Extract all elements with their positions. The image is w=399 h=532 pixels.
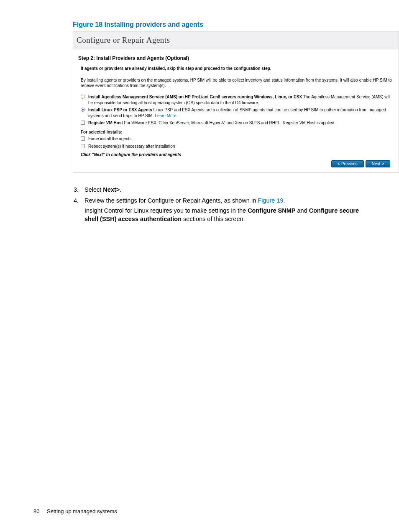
previous-button[interactable]: < Previous (331, 160, 364, 167)
option-register-vm: Register VM Host For VMware ESX, Citrix … (81, 120, 394, 126)
checkbox-icon[interactable] (81, 144, 85, 148)
step-note: If agents or providers are already insta… (81, 66, 394, 71)
radio-icon[interactable] (81, 108, 85, 112)
selected-installs-label: For selected installs: (81, 130, 394, 134)
list-item: 3. Select Next>. (73, 185, 374, 194)
option-ams-label: Install Agentless Management Service (AM… (88, 95, 302, 99)
panel-title: Configure or Repair Agents (73, 31, 399, 49)
step3-post: . (120, 186, 121, 193)
step4-post: . (284, 197, 285, 204)
click-next-hint: Click "Next" to configure the providers … (81, 152, 394, 157)
step4-b1: Configure SNMP (248, 207, 295, 214)
page-footer: 80 Setting up managed systems (33, 508, 117, 514)
step-description: By installing agents or providers on the… (81, 77, 394, 88)
learn-more-link[interactable]: Learn More.. (155, 113, 179, 118)
checkbox-icon[interactable] (81, 121, 85, 125)
force-install-label: Force install the agents (88, 136, 131, 142)
option-reboot: Reboot system(s) if necessary after inst… (81, 144, 394, 150)
option-force-install: Force install the agents (81, 136, 394, 142)
step4-p2b: and (295, 207, 309, 214)
figure-xref[interactable]: Figure 19 (258, 197, 283, 204)
option-vm-label: Register VM Host (88, 121, 123, 125)
page-number: 80 (33, 508, 39, 514)
list-item: 4. Review the settings for Configure or … (73, 196, 374, 224)
step4-p2c: sections of this screen. (182, 216, 245, 222)
screenshot-panel: Configure or Repair Agents Step 2: Insta… (73, 31, 399, 173)
section-title: Setting up managed systems (47, 508, 117, 514)
list-number: 4. (73, 196, 84, 224)
step-title: Step 2: Install Providers and Agents (Op… (78, 55, 394, 61)
option-vm-desc: For VMware ESX, Citrix XenServer, Micros… (123, 121, 335, 125)
step4-p2a: Insight Control for Linux requires you t… (84, 207, 248, 214)
document-body-text: 3. Select Next>. 4. Review the settings … (73, 185, 374, 224)
radio-icon[interactable] (81, 95, 85, 99)
figure-caption: Figure 18 Installing providers and agent… (73, 21, 374, 28)
option-ams: Install Agentless Management Service (AM… (81, 94, 394, 105)
step3-pre: Select (84, 186, 103, 193)
option-linux-label: Install Linux PSP or ESX Agents (88, 108, 152, 112)
step4-pre: Review the settings for Configure or Rep… (84, 197, 258, 204)
step3-bold: Next> (103, 186, 120, 193)
list-number: 3. (73, 185, 84, 194)
reboot-label: Reboot system(s) if necessary after inst… (88, 144, 175, 149)
next-button[interactable]: Next > (366, 160, 390, 167)
option-linux-psp: Install Linux PSP or ESX Agents Linux PS… (81, 107, 394, 118)
checkbox-icon[interactable] (81, 136, 85, 141)
